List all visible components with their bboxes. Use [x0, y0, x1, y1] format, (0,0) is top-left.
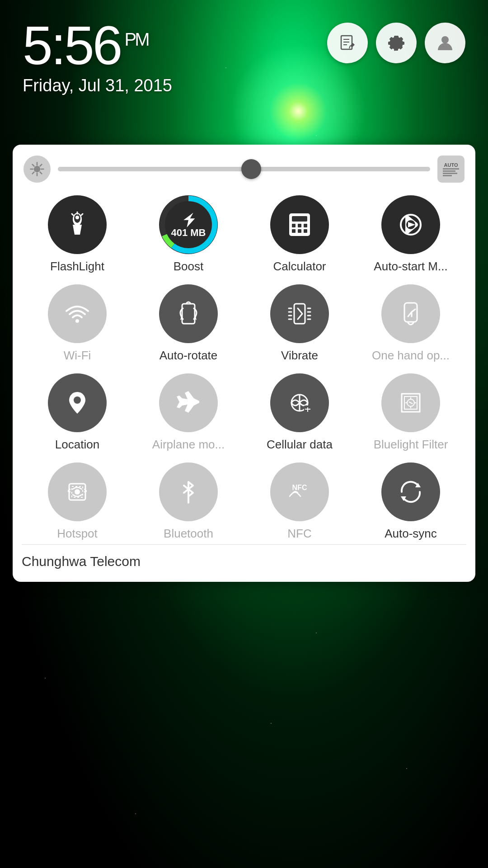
toggle-boost[interactable]: 401 MB Boost [133, 195, 244, 274]
wifi-label: Wi-Fi [64, 349, 91, 363]
autostart-icon [396, 210, 425, 239]
toggle-airplane[interactable]: Airplane mo... [133, 373, 244, 452]
location-label: Location [55, 438, 99, 452]
toggle-onehand[interactable]: One hand op... [355, 284, 466, 363]
svg-line-12 [40, 172, 42, 174]
vibrate-icon [285, 299, 314, 328]
brightness-slider[interactable] [58, 167, 430, 171]
toggle-vibrate[interactable]: Vibrate [244, 284, 355, 363]
autorotate-circle [159, 284, 218, 343]
autorotate-label: Auto-rotate [160, 349, 218, 363]
boost-icon [180, 211, 197, 227]
autostart-circle [381, 195, 440, 254]
bluetooth-circle [159, 462, 218, 521]
clock-time: 5:56PM [23, 18, 172, 72]
boost-mb-label: 401 MB [171, 227, 206, 238]
vibrate-label: Vibrate [281, 349, 318, 363]
bluetooth-icon [174, 477, 203, 506]
svg-marker-22 [73, 225, 82, 235]
svg-line-67 [409, 402, 413, 404]
toggle-wifi[interactable]: Wi-Fi [22, 284, 133, 363]
airplane-circle [159, 373, 218, 432]
bluetooth-label: Bluetooth [164, 527, 213, 541]
autosync-icon [396, 477, 425, 506]
svg-point-5 [441, 36, 449, 43]
autosync-circle [381, 462, 440, 521]
auto-brightness-icon: AUTO [440, 158, 462, 180]
calculator-label: Calculator [273, 259, 326, 274]
nfc-label: NFC [287, 527, 311, 541]
svg-text:AUTO: AUTO [444, 162, 458, 168]
toggle-bluelight[interactable]: Bluelight Filter [355, 373, 466, 452]
svg-text:NFC: NFC [292, 484, 307, 491]
hotspot-label: Hotspot [57, 527, 98, 541]
toggle-autosync[interactable]: Auto-sync [355, 462, 466, 541]
svg-line-27 [81, 214, 83, 215]
toggle-autostart[interactable]: Auto-start M... [355, 195, 466, 274]
calculator-icon [285, 210, 314, 239]
flashlight-icon [63, 210, 92, 239]
svg-rect-46 [294, 304, 305, 324]
svg-rect-35 [298, 224, 301, 227]
ampm-display: PM [125, 29, 148, 49]
toggle-calculator[interactable]: Calculator [244, 195, 355, 274]
svg-line-13 [40, 165, 42, 166]
toggle-cellular[interactable]: Cellular data [244, 373, 355, 452]
nfc-icon: NFC [285, 477, 314, 506]
autostart-label: Auto-start M... [374, 259, 447, 274]
cellular-label: Cellular data [267, 438, 333, 452]
bluelight-label: Bluelight Filter [374, 438, 448, 452]
boost-inner: 401 MB [168, 204, 209, 245]
airplane-icon [174, 388, 203, 417]
brightness-auto-button[interactable]: AUTO [437, 156, 465, 183]
boost-label: Boost [174, 259, 204, 274]
toggle-autorotate[interactable]: Auto-rotate [133, 284, 244, 363]
settings-icon [386, 33, 406, 53]
toggle-hotspot[interactable]: Hotspot [22, 462, 133, 541]
calculator-circle [270, 195, 329, 254]
bluelight-circle [381, 373, 440, 432]
svg-rect-18 [443, 170, 455, 172]
time-display: 5:56 [23, 15, 121, 75]
carrier-name: Chunghwa Telecom [22, 554, 466, 569]
svg-rect-39 [304, 229, 307, 233]
wifi-icon [63, 299, 92, 328]
location-circle [48, 373, 107, 432]
toggle-location[interactable]: Location [22, 373, 133, 452]
bluelight-icon [396, 388, 425, 417]
date-display: Friday, Jul 31, 2015 [23, 76, 172, 95]
svg-line-4 [349, 46, 350, 48]
settings-button[interactable] [376, 23, 417, 63]
location-icon [63, 388, 92, 417]
svg-rect-20 [443, 175, 452, 176]
svg-rect-38 [298, 229, 301, 233]
svg-rect-43 [182, 304, 195, 324]
header-icons-group [327, 23, 465, 63]
wifi-circle [48, 284, 107, 343]
nfc-circle: NFC [270, 462, 329, 521]
clock-block: 5:56PM Friday, Jul 31, 2015 [23, 18, 172, 95]
notes-button[interactable] [327, 23, 368, 63]
onehand-icon [396, 299, 425, 328]
autorotate-icon [174, 299, 203, 328]
svg-point-69 [75, 489, 80, 495]
svg-point-56 [74, 396, 81, 404]
svg-point-24 [75, 216, 79, 219]
svg-line-26 [72, 214, 73, 215]
carrier-row: Chunghwa Telecom [22, 544, 466, 569]
toggle-flashlight[interactable]: FlashLight [22, 195, 133, 274]
brightness-row[interactable]: AUTO [22, 156, 466, 183]
profile-button[interactable] [425, 23, 465, 63]
flashlight-circle [48, 195, 107, 254]
svg-point-42 [75, 319, 79, 323]
svg-rect-17 [443, 168, 459, 170]
toggle-nfc[interactable]: NFC NFC [244, 462, 355, 541]
brightness-thumb[interactable] [241, 159, 261, 179]
svg-rect-33 [292, 216, 307, 222]
brightness-icon [23, 156, 51, 183]
toggle-bluetooth[interactable]: Bluetooth [133, 462, 244, 541]
svg-point-6 [34, 166, 40, 172]
autosync-label: Auto-sync [385, 527, 437, 541]
boost-circle: 401 MB [159, 195, 218, 254]
profile-icon [435, 33, 455, 53]
